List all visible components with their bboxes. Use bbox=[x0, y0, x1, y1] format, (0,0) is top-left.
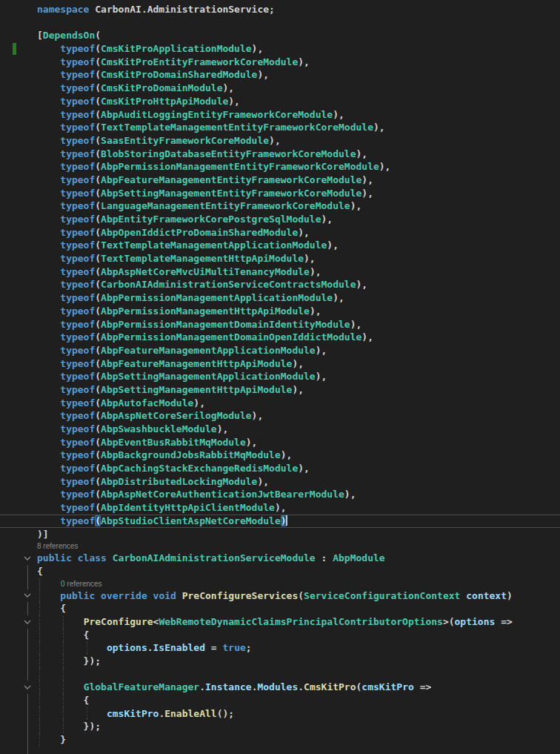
code-token: [ bbox=[37, 30, 43, 41]
code-line[interactable]: typeof(CmsKitProEntityFrameworkCoreModul… bbox=[0, 56, 560, 69]
code-token: typeof bbox=[60, 82, 95, 93]
code-token: ), bbox=[350, 200, 362, 211]
code-line[interactable]: typeof(AbpFeatureManagementApplicationMo… bbox=[0, 344, 560, 357]
fold-chevron-icon[interactable] bbox=[21, 615, 34, 629]
code-line[interactable]: typeof(AbpAutofacModule), bbox=[0, 397, 560, 410]
code-line[interactable]: typeof(AbpPermissionManagementDomainIden… bbox=[0, 318, 560, 331]
code-token bbox=[37, 642, 107, 653]
indent-guide-line bbox=[39, 668, 40, 681]
code-line[interactable]: typeof(AbpSettingManagementApplicationMo… bbox=[0, 370, 560, 383]
code-token: ), bbox=[292, 384, 304, 395]
code-line[interactable]: }); bbox=[0, 720, 560, 733]
code-token: ( bbox=[95, 463, 101, 474]
code-line[interactable]: typeof(AbpBackgroundJobsRabbitMqModule), bbox=[0, 449, 560, 462]
code-line[interactable]: { bbox=[0, 694, 560, 707]
code-line[interactable]: typeof(AbpPermissionManagementApplicatio… bbox=[0, 291, 560, 305]
code-token: typeof bbox=[60, 371, 95, 382]
code-line[interactable]: namespace CarbonAI.AdministrationService… bbox=[0, 3, 560, 16]
code-line[interactable] bbox=[0, 668, 560, 681]
code-token: ( bbox=[95, 188, 101, 199]
code-token: ( bbox=[95, 69, 101, 80]
code-line-current[interactable]: typeof(AbpStudioClientAspNetCoreModule) bbox=[0, 515, 560, 528]
code-line[interactable]: typeof(AbpEntityFrameworkCorePostgreSqlM… bbox=[0, 213, 560, 226]
code-line[interactable] bbox=[0, 16, 560, 30]
code-token: typeof bbox=[60, 437, 95, 448]
code-line[interactable]: typeof(AbpCachingStackExchangeRedisModul… bbox=[0, 462, 560, 475]
code-line[interactable]: typeof(BlobStoringDatabaseEntityFramewor… bbox=[0, 148, 560, 161]
code-line[interactable]: typeof(AbpPermissionManagementHttpApiMod… bbox=[0, 305, 560, 318]
code-token: ( bbox=[95, 148, 101, 159]
code-token: typeof bbox=[60, 174, 95, 185]
code-line[interactable]: typeof(TextTemplateManagementEntityFrame… bbox=[0, 121, 560, 134]
code-line[interactable]: typeof(AbpSettingManagementEntityFramewo… bbox=[0, 187, 560, 200]
code-line[interactable]: typeof(AbpAspNetCoreMvcUiMultiTenancyMod… bbox=[0, 265, 560, 279]
code-token: ), bbox=[379, 161, 391, 172]
fold-chevron-icon[interactable] bbox=[21, 589, 34, 603]
codelens-references[interactable]: 8 references bbox=[37, 540, 79, 552]
code-line[interactable]: options.IsEnabled = true; bbox=[0, 641, 560, 655]
code-token bbox=[37, 476, 60, 487]
code-line[interactable]: typeof(CmsKitProDomainModule), bbox=[0, 82, 560, 95]
code-line[interactable]: )] bbox=[0, 528, 560, 541]
code-line[interactable]: cmsKitPro.EnableAll(); bbox=[0, 707, 560, 721]
code-line[interactable]: typeof(TextTemplateManagementApplication… bbox=[0, 239, 560, 252]
code-line[interactable]: typeof(AbpAuditLoggingEntityFrameworkCor… bbox=[0, 108, 560, 122]
code-line[interactable]: typeof(AbpFeatureManagementHttpApiModule… bbox=[0, 357, 560, 371]
code-line[interactable]: typeof(CmsKitProDomainSharedModule), bbox=[0, 68, 560, 82]
code-line[interactable]: typeof(AbpAspNetCoreSerilogModule), bbox=[0, 409, 560, 423]
code-token: AbpPermissionManagementDomainIdentityMod… bbox=[101, 319, 350, 330]
code-line[interactable]: typeof(AbpAspNetCoreAuthenticationJwtBea… bbox=[0, 488, 560, 501]
codelens-line[interactable]: 8 references bbox=[0, 540, 560, 552]
code-token: ), bbox=[316, 345, 327, 356]
code-line[interactable]: typeof(AbpSettingManagementHttpApiModule… bbox=[0, 383, 560, 397]
code-editor[interactable]: namespace CarbonAI.AdministrationService… bbox=[0, 0, 560, 754]
code-line[interactable]: { bbox=[0, 602, 560, 615]
code-token: ( bbox=[95, 56, 101, 67]
code-line[interactable]: typeof(CmsKitProHttpApiModule), bbox=[0, 95, 560, 108]
code-line[interactable]: typeof(CarbonAIAdministrationServiceCont… bbox=[0, 278, 560, 291]
code-line[interactable]: typeof(AbpPermissionManagementDomainOpen… bbox=[0, 331, 560, 344]
code-line[interactable]: { bbox=[0, 565, 560, 578]
code-line[interactable]: typeof(AbpOpenIddictProDomainSharedModul… bbox=[0, 226, 560, 239]
code-token: ( bbox=[95, 161, 101, 172]
code-token: }); bbox=[37, 721, 101, 732]
code-token: AbpAuditLoggingEntityFrameworkCoreModule bbox=[101, 109, 333, 120]
fold-chevron-icon[interactable] bbox=[21, 681, 34, 694]
code-token: ), bbox=[361, 331, 373, 343]
code-line[interactable]: typeof(AbpPermissionManagementEntityFram… bbox=[0, 160, 560, 173]
code-token: AbpModule bbox=[333, 552, 384, 563]
indent-guide-line bbox=[39, 720, 40, 733]
code-line[interactable]: typeof(TextTemplateManagementHttpApiModu… bbox=[0, 252, 560, 265]
code-line[interactable]: { bbox=[0, 629, 560, 642]
fold-chevron-icon[interactable] bbox=[21, 552, 34, 565]
code-line[interactable]: GlobalFeatureManager.Instance.Modules.Cm… bbox=[0, 681, 560, 694]
code-token bbox=[37, 135, 60, 146]
code-line[interactable]: }); bbox=[0, 655, 560, 668]
code-token: typeof bbox=[60, 200, 95, 211]
code-line[interactable]: typeof(AbpSwashbuckleModule), bbox=[0, 423, 560, 436]
code-line[interactable]: typeof(AbpFeatureManagementEntityFramewo… bbox=[0, 173, 560, 187]
code-line[interactable]: typeof(AbpIdentityHttpApiClientModule), bbox=[0, 501, 560, 515]
code-token bbox=[37, 345, 60, 356]
code-token: ( bbox=[95, 135, 101, 146]
codelens-references[interactable]: 0 references bbox=[61, 578, 102, 589]
code-line[interactable]: public class CarbonAIAdministrationServi… bbox=[0, 552, 560, 565]
code-line[interactable]: typeof(AbpDistributedLockingModule), bbox=[0, 475, 560, 489]
code-line[interactable]: typeof(AbpEventBusRabbitMqModule), bbox=[0, 436, 560, 449]
code-token: typeof bbox=[60, 358, 95, 369]
code-line[interactable]: typeof(CmsKitProApplicationModule), bbox=[0, 42, 560, 56]
code-token: => bbox=[495, 616, 512, 627]
code-line[interactable]: } bbox=[0, 733, 560, 747]
codelens-line[interactable]: 0 references bbox=[0, 578, 560, 589]
code-token: class bbox=[78, 552, 107, 563]
code-token: AbpEntityFrameworkCorePostgreSqlModule bbox=[101, 214, 321, 225]
code-line[interactable]: typeof(LanguageManagementEntityFramework… bbox=[0, 199, 560, 213]
code-token: ( bbox=[95, 122, 101, 133]
indent-guide-line bbox=[63, 694, 64, 707]
code-token: AbpSwashbuckleModule bbox=[101, 423, 217, 434]
code-token: typeof bbox=[60, 476, 95, 487]
code-line[interactable]: typeof(SaasEntityFrameworkCoreModule), bbox=[0, 134, 560, 148]
code-line[interactable]: public override void PreConfigureService… bbox=[0, 589, 560, 603]
code-line[interactable]: PreConfigure<WebRemoteDynamicClaimsPrinc… bbox=[0, 615, 560, 629]
code-line[interactable]: [DependsOn( bbox=[0, 29, 560, 42]
